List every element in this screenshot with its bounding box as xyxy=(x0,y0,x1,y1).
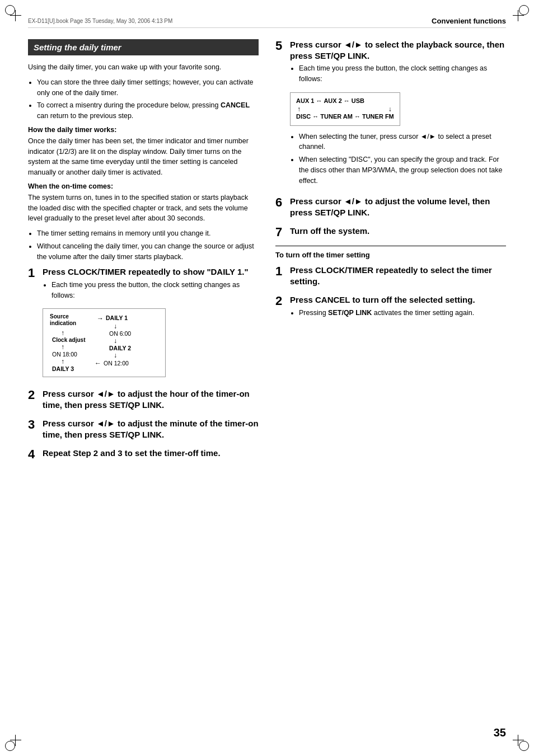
turn-off-step-2-title: Press CANCEL to turn off the selected se… xyxy=(290,294,506,306)
step-1: 1 Press CLOCK/TIMER repeatedly to show "… xyxy=(28,266,259,383)
usb-label: USB xyxy=(352,97,364,104)
step-3-title: Press cursor ◄/► to adjust the minute of… xyxy=(43,418,259,440)
tuner-am-label: TUNER AM xyxy=(320,113,353,120)
step-5: 5 Press cursor ◄/► to select the playbac… xyxy=(275,39,506,190)
corner-circle-tr xyxy=(519,5,529,15)
corner-circle-br xyxy=(519,741,529,751)
step-7: 7 Turn off the system. xyxy=(275,226,506,239)
aux-arr3: ↔ xyxy=(312,113,318,120)
turn-off-step-2-bullets: Pressing SET/QP LINK activates the timer… xyxy=(299,308,506,318)
page-header: EX-D11[U].book Page 35 Tuesday, May 30, … xyxy=(28,17,506,28)
two-col-layout: Setting the daily timer Using the daily … xyxy=(28,39,506,467)
col-right: 5 Press cursor ◄/► to select the playbac… xyxy=(275,39,506,467)
col-left: Setting the daily timer Using the daily … xyxy=(28,39,259,467)
step-4-num: 4 xyxy=(28,448,38,461)
step-1-content: Press CLOCK/TIMER repeatedly to show "DA… xyxy=(43,266,259,383)
step-6-content: Press cursor ◄/► to adjust the volume le… xyxy=(290,196,506,220)
intro-bullet-1: You can store the three daily timer sett… xyxy=(37,77,259,98)
when-on-time-bullets: The timer setting remains in memory unti… xyxy=(37,228,259,262)
aux-arr4: ↔ xyxy=(354,113,360,120)
aux-row-2: DISC ↔ TUNER AM ↔ TUNER FM xyxy=(296,113,394,120)
step-4-title: Repeat Step 2 and 3 to set the timer-off… xyxy=(43,448,259,459)
section-divider xyxy=(275,246,506,246)
aux-arr2: ↔ xyxy=(344,97,350,104)
step-5-extra-bullet-1: When selecting the tuner, press cursor ◄… xyxy=(299,132,506,153)
step-1-diagram: Sourceindication ↑ Clock adjust ↑ ON 18:… xyxy=(43,308,166,377)
page: EX-D11[U].book Page 35 Tuesday, May 30, … xyxy=(0,0,534,756)
section-heading: Setting the daily timer xyxy=(28,39,259,55)
when-on-time-text: The system turns on, tunes in to the spe… xyxy=(28,192,259,224)
step-5-num: 5 xyxy=(275,39,285,53)
step-1-bullet: Each time you press the button, the cloc… xyxy=(51,280,259,301)
when-on-time-heading: When the on-time comes: xyxy=(28,182,259,190)
how-it-works-heading: How the daily timer works: xyxy=(28,126,259,134)
step-3: 3 Press cursor ◄/► to adjust the minute … xyxy=(28,418,259,442)
header-filename: EX-D11[U].book Page 35 Tuesday, May 30, … xyxy=(28,18,172,24)
step-5-extra-bullets: When selecting the tuner, press cursor ◄… xyxy=(299,132,506,186)
intro-bullets: You can store the three daily timer sett… xyxy=(37,77,259,121)
step-7-content: Turn off the system. xyxy=(290,226,506,239)
aux-row-1: AUX 1 ↔ AUX 2 ↔ USB xyxy=(296,97,394,104)
step-5-bullet: Each time you press the button, the cloc… xyxy=(299,63,506,84)
turn-off-heading: To turn off the timer setting xyxy=(275,251,506,259)
aux-diagram: AUX 1 ↔ AUX 2 ↔ USB ↑ ↓ xyxy=(290,92,400,126)
step-1-num: 1 xyxy=(28,266,38,280)
aux2-label: AUX 2 xyxy=(324,97,341,104)
turn-off-step-1-content: Press CLOCK/TIMER repeatedly to select t… xyxy=(290,265,506,289)
turn-off-step-1-num: 1 xyxy=(275,265,285,278)
turn-off-step-2-num: 2 xyxy=(275,294,285,308)
intro-bullet-2: To correct a misentry during the procedu… xyxy=(37,100,259,121)
step-2: 2 Press cursor ◄/► to adjust the hour of… xyxy=(28,388,259,412)
step-6-title: Press cursor ◄/► to adjust the volume le… xyxy=(290,196,506,218)
corner-circle-tl xyxy=(5,5,15,15)
step-7-title: Turn off the system. xyxy=(290,226,506,237)
turn-off-step-2: 2 Press CANCEL to turn off the selected … xyxy=(275,294,506,322)
aux1-label: AUX 1 xyxy=(296,97,314,104)
step-7-num: 7 xyxy=(275,226,285,239)
turn-off-step-2-bullet: Pressing SET/QP LINK activates the timer… xyxy=(299,308,506,318)
step-5-content: Press cursor ◄/► to select the playback … xyxy=(290,39,506,190)
step-5-title: Press cursor ◄/► to select the playback … xyxy=(290,39,506,61)
aux-arr1: ↔ xyxy=(316,97,322,104)
step-5-bullets: Each time you press the button, the cloc… xyxy=(299,63,506,84)
disc-label: DISC xyxy=(296,113,311,120)
corner-circle-bl xyxy=(5,741,15,751)
turn-off-step-1-title: Press CLOCK/TIMER repeatedly to select t… xyxy=(290,265,506,287)
when-on-time-bullet-1: The timer setting remains in memory unti… xyxy=(37,228,259,239)
step-2-num: 2 xyxy=(28,388,38,402)
step-1-bullets: Each time you press the button, the cloc… xyxy=(51,280,259,301)
step-5-extra-bullet-2: When selecting "DISC", you can specify t… xyxy=(299,154,506,186)
step-4-content: Repeat Step 2 and 3 to set the timer-off… xyxy=(43,448,259,461)
step-6: 6 Press cursor ◄/► to adjust the volume … xyxy=(275,196,506,220)
step-6-num: 6 xyxy=(275,196,285,209)
how-it-works-text: Once the daily timer has been set, the t… xyxy=(28,136,259,178)
intro-p1: Using the daily timer, you can wake up w… xyxy=(28,62,259,73)
turn-off-step-1: 1 Press CLOCK/TIMER repeatedly to select… xyxy=(275,265,506,289)
step-3-num: 3 xyxy=(28,418,38,431)
turn-off-step-2-content: Press CANCEL to turn off the selected se… xyxy=(290,294,506,322)
header-title: Convenient functions xyxy=(432,17,506,25)
step-2-content: Press cursor ◄/► to adjust the hour of t… xyxy=(43,388,259,412)
page-number: 35 xyxy=(494,726,506,739)
tuner-fm-label: TUNER FM xyxy=(362,113,394,120)
step-2-title: Press cursor ◄/► to adjust the hour of t… xyxy=(43,388,259,410)
when-on-time-bullet-2: Without canceling the daily timer, you c… xyxy=(37,241,259,262)
step-4: 4 Repeat Step 2 and 3 to set the timer-o… xyxy=(28,448,259,461)
step-1-title: Press CLOCK/TIMER repeatedly to show "DA… xyxy=(43,266,259,278)
step-3-content: Press cursor ◄/► to adjust the minute of… xyxy=(43,418,259,442)
